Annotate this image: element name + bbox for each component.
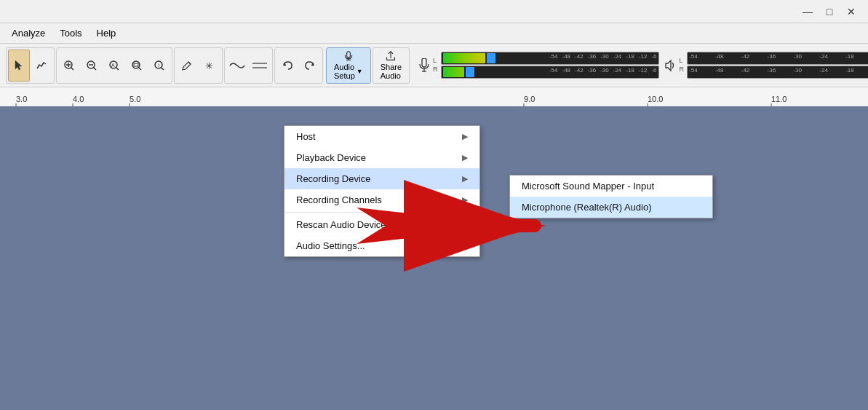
menu-bar: Analyze Tools Help xyxy=(0,23,868,44)
toolbar: A ↕ ✳ xyxy=(0,44,868,87)
vu-bar-R2: -54-48-42-36-30-24-18-12-6 xyxy=(687,66,868,79)
zoom-tools-group: A ↕ xyxy=(56,47,172,84)
pencil-btn[interactable] xyxy=(176,50,198,82)
title-bar: — □ ✕ xyxy=(0,0,868,23)
wave1-btn[interactable] xyxy=(226,50,248,82)
vu-meters-input: -54-48-42-36-30-24-18-12-6 -54-48-42-36-… xyxy=(441,52,659,79)
menu-tools[interactable]: Tools xyxy=(54,25,87,41)
recording-device-submenu: Microsoft Sound Mapper - Input Microphon… xyxy=(509,175,713,218)
svg-rect-12 xyxy=(134,63,138,66)
vu-bar-R1: -54-48-42-36-30-24-18-12-6 xyxy=(441,66,659,79)
close-button[interactable]: ✕ xyxy=(840,1,862,22)
svg-text:10.0: 10.0 xyxy=(648,95,663,103)
edit-tools-group: ✳ xyxy=(174,47,223,84)
svg-text:9.0: 9.0 xyxy=(524,95,535,103)
svg-line-5 xyxy=(94,67,97,70)
svg-text:✳: ✳ xyxy=(205,60,213,71)
mic-icon xyxy=(418,58,430,73)
vu-lr-labels-1: L R xyxy=(433,57,438,74)
zoom-out-btn[interactable] xyxy=(81,50,103,82)
audio-setup-dropdown: Host ▶ Playback Device ▶ Recording Devic… xyxy=(284,125,480,257)
share-audio-label: Share Audio xyxy=(381,63,402,80)
selection-tools-group xyxy=(6,47,55,84)
maximize-button[interactable]: □ xyxy=(819,1,840,22)
fit-btn[interactable]: A xyxy=(103,50,125,82)
vu-bar-L1: -54-48-42-36-30-24-18-12-6 xyxy=(441,52,659,65)
share-audio-button[interactable]: Share Audio xyxy=(373,47,410,84)
svg-line-11 xyxy=(139,67,142,70)
menu-item-playback-device[interactable]: Playback Device ▶ xyxy=(284,147,479,168)
menu-item-host[interactable]: Host ▶ xyxy=(284,126,479,147)
menu-item-recording-channels[interactable]: Recording Channels ▶ xyxy=(284,189,479,210)
dropdown-separator xyxy=(284,212,479,213)
vu-lr-labels-2: L R xyxy=(680,57,685,74)
svg-text:↕: ↕ xyxy=(157,62,160,68)
host-chevron: ▶ xyxy=(462,132,468,141)
undo-btn[interactable] xyxy=(276,50,298,82)
zoom-sel-btn[interactable] xyxy=(126,50,148,82)
recording-channels-chevron: ▶ xyxy=(462,195,468,205)
audio-setup-label: Audio Setup xyxy=(334,63,355,80)
svg-line-1 xyxy=(71,67,74,70)
wave-tools-group xyxy=(224,47,273,84)
svg-text:3.0: 3.0 xyxy=(16,95,27,103)
ruler: 3.0 4.0 5.0 9.0 10.0 11.0 xyxy=(0,87,868,106)
svg-line-14 xyxy=(162,67,164,70)
submenu-item-sound-mapper[interactable]: Microsoft Sound Mapper - Input xyxy=(510,176,712,197)
speaker-icon xyxy=(664,58,677,73)
svg-text:A: A xyxy=(111,63,115,68)
vu-meters-output: -54-48-42-36-30-24-18-12-6 -54-48-42-36-… xyxy=(687,52,868,79)
menu-item-recording-device[interactable]: Recording Device ▶ xyxy=(284,168,479,189)
redo-btn[interactable] xyxy=(299,50,321,82)
menu-item-audio-settings[interactable]: Audio Settings... xyxy=(284,235,479,256)
playback-chevron: ▶ xyxy=(462,153,468,162)
menu-help[interactable]: Help xyxy=(91,25,122,41)
svg-text:4.0: 4.0 xyxy=(73,95,84,103)
audio-setup-dropdown-icon: ▼ xyxy=(357,68,363,75)
cursor-tool-btn[interactable] xyxy=(8,50,30,82)
svg-line-8 xyxy=(116,67,119,70)
submenu-item-microphone-realtek[interactable]: Microphone (Realtek(R) Audio) xyxy=(510,197,712,218)
vu-bar-L2: -54-48-42-36-30-24-18-12-6 xyxy=(687,52,868,65)
menu-analyze[interactable]: Analyze xyxy=(6,25,51,41)
recording-device-chevron: ▶ xyxy=(462,174,468,184)
zoom-in-btn[interactable] xyxy=(58,50,80,82)
menu-item-rescan[interactable]: Rescan Audio Devices xyxy=(284,214,479,235)
vu-output-section: L R -54-48-42-36-30-24-18-12-6 -54-48-42… xyxy=(664,52,868,79)
history-tools-group xyxy=(274,47,323,84)
svg-text:5.0: 5.0 xyxy=(130,95,140,103)
svg-text:11.0: 11.0 xyxy=(771,95,787,103)
star-btn[interactable]: ✳ xyxy=(199,50,220,82)
vu-meter-section: L R -54-48-42-36-30-24-18-12-6 -54-48-42… xyxy=(418,52,659,79)
audio-setup-button[interactable]: Audio Setup ▼ xyxy=(326,47,371,84)
zoom-toggle-btn[interactable]: ↕ xyxy=(148,50,170,82)
minimize-button[interactable]: — xyxy=(797,1,819,22)
draw-tool-btn[interactable] xyxy=(31,50,52,82)
wave2-btn[interactable] xyxy=(249,50,271,82)
